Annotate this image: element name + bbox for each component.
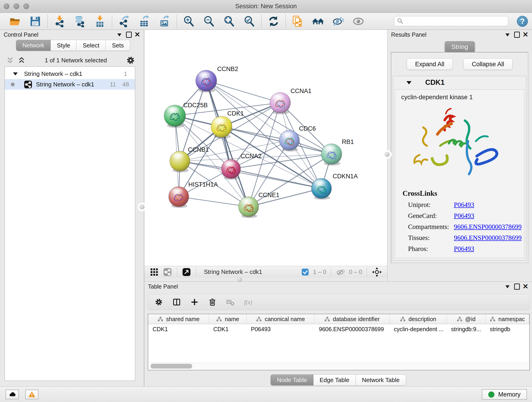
network-collection-row[interactable]: String Network – cdk1 1 <box>5 69 135 79</box>
network-node-ccnb1[interactable]: CCNB1 <box>170 146 209 172</box>
delete-table-icon[interactable] <box>226 298 234 306</box>
show-columns-icon[interactable] <box>172 298 181 306</box>
zoom-fit-icon[interactable] <box>223 15 235 27</box>
float-panel-icon[interactable] <box>126 32 132 38</box>
close-results-icon[interactable]: ✕ <box>523 31 528 38</box>
show-all-icon[interactable] <box>352 15 364 27</box>
network-node-hist1h1a[interactable]: HIST1H1A <box>169 181 218 208</box>
collapse-table-icon[interactable] <box>505 285 510 290</box>
network-canvas[interactable]: CCNB2CCNA1CDC25BCDK1CDC6RB1CCNB1CCNA2CDK… <box>144 30 387 266</box>
crosslink-link[interactable]: 9606.ENSP00000378699 <box>454 223 522 230</box>
expand-all-button[interactable]: Expand All <box>407 58 453 70</box>
hide-selected-icon[interactable] <box>332 15 344 27</box>
cloud-status-button[interactable] <box>6 390 19 399</box>
maximize-window-button[interactable] <box>23 3 29 9</box>
search-input[interactable] <box>406 17 505 25</box>
network-node-cdc25b[interactable]: CDC25B <box>164 102 208 128</box>
column-header-namespac[interactable]: namespac <box>486 314 529 324</box>
network-node-ccna1[interactable]: CCNA1 <box>270 88 312 114</box>
table-cell[interactable]: P06493 <box>247 324 315 334</box>
minimize-window-button[interactable] <box>13 3 19 9</box>
column-header-canonical-name[interactable]: canonical name <box>247 314 315 324</box>
warning-status-button[interactable] <box>25 390 38 399</box>
tab-string[interactable]: String <box>445 41 475 52</box>
column-header-database-identifier[interactable]: database identifier <box>315 314 389 324</box>
expand-all-networks-icon[interactable] <box>6 57 14 64</box>
home-icon[interactable] <box>312 15 324 27</box>
table-cell[interactable]: stringdb:9... <box>447 324 486 334</box>
tab-style[interactable]: Style <box>51 40 76 51</box>
node-result-header[interactable]: CDK1 <box>393 76 526 89</box>
crosslink-link[interactable]: P06493 <box>454 201 474 209</box>
refresh-icon[interactable] <box>268 15 279 27</box>
export-table-icon[interactable] <box>138 15 150 27</box>
network-node-cdc6[interactable]: CDC6 <box>279 125 316 152</box>
table-cell[interactable]: 9606.ENSP00000378699 <box>315 324 389 334</box>
column-header-shared-name[interactable]: shared name <box>148 314 209 324</box>
close-panel-icon[interactable]: ✕ <box>134 31 140 38</box>
open-session-icon[interactable] <box>9 15 21 27</box>
tab-sets[interactable]: Sets <box>106 40 130 51</box>
network-edge[interactable] <box>179 197 249 207</box>
crosslink-link[interactable]: P06493 <box>454 245 474 253</box>
zoom-in-icon[interactable] <box>183 15 195 27</box>
network-view[interactable]: CCNB2CCNA1CDC25BCDK1CDC6RB1CCNB1CCNA2CDK… <box>144 30 387 278</box>
table-horizontal-scrollbar[interactable] <box>148 363 529 370</box>
network-node-cdkn1a[interactable]: CDKN1A <box>311 173 358 200</box>
network-node-rb1[interactable]: RB1 <box>321 138 354 166</box>
collapse-all-networks-icon[interactable] <box>18 57 25 64</box>
table-cell[interactable]: CDK1 <box>148 324 209 334</box>
share-mode-icon[interactable] <box>163 268 172 276</box>
float-table-icon[interactable] <box>514 283 520 290</box>
memory-button[interactable]: Memory <box>482 389 527 400</box>
scrollbar-thumb[interactable] <box>151 364 192 369</box>
table-cell[interactable]: cyclin-dependent ... <box>389 324 447 334</box>
zoom-out-icon[interactable] <box>203 15 215 27</box>
collapse-results-icon[interactable] <box>505 33 510 38</box>
collection-caret-icon[interactable] <box>13 72 18 78</box>
search-box[interactable] <box>394 16 508 26</box>
grid-mode-icon[interactable] <box>150 268 158 276</box>
zoom-selected-icon[interactable] <box>243 15 255 27</box>
fit-selected-crosshair-icon[interactable] <box>372 267 382 277</box>
close-table-icon[interactable]: ✕ <box>523 283 528 290</box>
clone-network-icon[interactable] <box>292 15 304 27</box>
network-options-gear-icon[interactable] <box>127 56 135 64</box>
network-edge[interactable] <box>206 81 280 103</box>
table-options-icon[interactable] <box>154 298 163 306</box>
node-table[interactable]: shared namenamecanonical namedatabase id… <box>148 314 530 370</box>
export-network-icon[interactable] <box>118 15 130 27</box>
right-splitter-handle[interactable] <box>385 152 390 157</box>
crosslink-link[interactable]: P06493 <box>454 212 474 220</box>
tab-edge-table[interactable]: Edge Table <box>313 375 356 385</box>
equation-builder-icon[interactable]: f(x) <box>244 298 253 306</box>
node-result-caret-icon[interactable] <box>406 81 412 87</box>
tab-network[interactable]: Network <box>16 40 51 51</box>
column-header-description[interactable]: description <box>389 314 447 324</box>
open-in-window-icon[interactable] <box>182 268 191 276</box>
import-network-icon[interactable] <box>54 15 65 27</box>
table-row[interactable]: CDK1CDK1P064939606.ENSP00000378699cyclin… <box>148 324 529 334</box>
save-session-icon[interactable] <box>29 15 41 27</box>
column-header-name[interactable]: name <box>209 314 247 324</box>
import-table-icon[interactable] <box>94 15 106 27</box>
hidden-eye-slash-icon[interactable] <box>336 268 345 276</box>
import-database-icon[interactable] <box>74 15 86 27</box>
horizontal-splitter-handle[interactable] <box>237 277 242 282</box>
network-edge[interactable] <box>231 169 322 188</box>
help-button[interactable]: ? <box>517 16 528 27</box>
close-window-button[interactable] <box>4 3 9 9</box>
collapse-all-button[interactable]: Collapse All <box>463 58 513 70</box>
crosslink-link[interactable]: 9606.ENSP00000378699 <box>454 234 522 242</box>
tab-network-table[interactable]: Network Table <box>356 375 406 385</box>
tab-select[interactable]: Select <box>76 40 106 51</box>
create-column-icon[interactable] <box>190 298 199 306</box>
network-row[interactable]: String Network – cdk1 11 48 <box>5 79 135 89</box>
float-results-icon[interactable] <box>514 32 520 38</box>
delete-columns-icon[interactable] <box>208 298 217 306</box>
table-cell[interactable]: CDK1 <box>209 324 247 334</box>
collapse-panel-icon[interactable] <box>117 33 121 38</box>
table-cell[interactable]: stringdb <box>486 324 529 334</box>
selected-checkbox-icon[interactable] <box>302 268 309 276</box>
column-header--id[interactable]: @id <box>447 314 486 324</box>
